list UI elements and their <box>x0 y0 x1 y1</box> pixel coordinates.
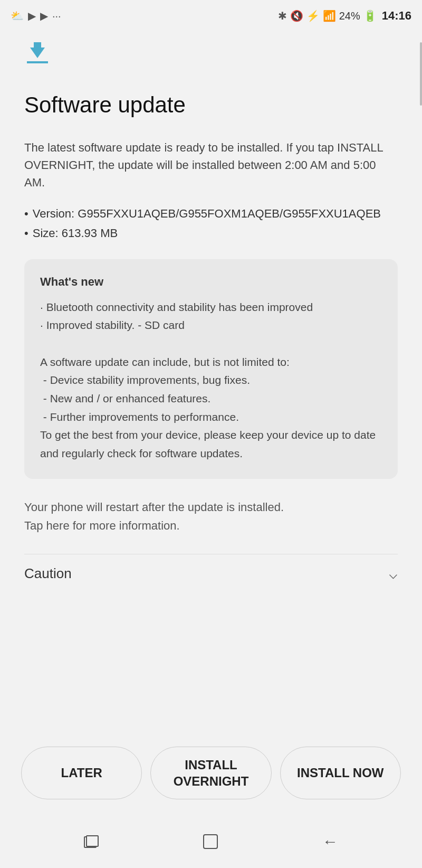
install-now-button[interactable]: INSTALL NOW <box>280 747 401 799</box>
size-item: • Size: 613.93 MB <box>24 223 398 243</box>
bottom-buttons: LATER INSTALL OVERNIGHT INSTALL NOW <box>0 736 422 815</box>
caution-label: Caution <box>24 565 72 582</box>
battery-icon: 🔋 <box>363 10 377 22</box>
later-button[interactable]: LATER <box>21 747 142 799</box>
bluetooth-icon: ✱ <box>278 10 287 22</box>
version-item: • Version: G955FXXU1AQEB/G955FOXM1AQEB/G… <box>24 204 398 223</box>
scroll-track[interactable] <box>419 32 422 736</box>
caution-row[interactable]: Caution ⌵ <box>24 554 398 593</box>
whats-new-content: · Bluetooth connectivity and stability h… <box>40 298 382 463</box>
recent-apps-button[interactable] <box>84 835 99 848</box>
mute-icon: 🔇 <box>290 10 303 22</box>
signal-icon: ⚡ <box>306 10 320 22</box>
more-icon: ··· <box>52 10 61 22</box>
restart-text: Your phone will restart after the update… <box>24 501 284 514</box>
install-overnight-button[interactable]: INSTALL OVERNIGHT <box>150 747 271 799</box>
download-icon <box>24 48 51 77</box>
whats-new-title: What's new <box>40 275 382 289</box>
weather-icon: ⛅ <box>11 10 24 22</box>
recent-apps-icon <box>84 835 99 848</box>
status-bar: ⛅ ▶ ▶ ··· ✱ 🔇 ⚡ 📶 24% 🔋 14:16 <box>0 0 422 32</box>
version-label: Version: G955FXXU1AQEB/G955FOXM1AQEB/G95… <box>33 204 381 223</box>
status-right-icons: ✱ 🔇 ⚡ 📶 24% 🔋 14:16 <box>278 9 411 23</box>
bullet-size: • <box>24 223 28 243</box>
youtube-icon: ▶ <box>28 10 36 22</box>
media-icon: ▶ <box>40 10 48 22</box>
scroll-thumb[interactable] <box>420 42 422 106</box>
page-title: Software update <box>24 92 398 118</box>
clock: 14:16 <box>382 9 411 23</box>
download-underline <box>27 61 48 63</box>
wifi-icon: 📶 <box>323 10 336 22</box>
content-wrapper: Software update The latest software upda… <box>0 32 422 736</box>
chevron-down-icon: ⌵ <box>389 565 398 582</box>
bullet-version: • <box>24 204 28 223</box>
status-left-icons: ⛅ ▶ ▶ ··· <box>11 10 61 22</box>
download-arrow-shape <box>30 48 45 58</box>
home-icon <box>203 834 218 849</box>
download-icon-wrapper <box>24 48 398 77</box>
battery-percentage: 24% <box>339 10 360 22</box>
main-content: Software update The latest software upda… <box>0 32 422 736</box>
whats-new-box: What's new · Bluetooth connectivity and … <box>24 259 398 479</box>
size-label: Size: 613.93 MB <box>33 223 118 243</box>
description-text: The latest software update is ready to b… <box>24 139 398 191</box>
back-icon: ← <box>322 833 338 850</box>
tap-more-link[interactable]: Tap here for more information. <box>24 519 180 532</box>
restart-notice: Your phone will restart after the update… <box>24 498 398 535</box>
version-info: • Version: G955FXXU1AQEB/G955FOXM1AQEB/G… <box>24 204 398 243</box>
nav-bar: ← <box>0 815 422 868</box>
home-button[interactable] <box>203 834 218 849</box>
back-button[interactable]: ← <box>322 833 338 851</box>
